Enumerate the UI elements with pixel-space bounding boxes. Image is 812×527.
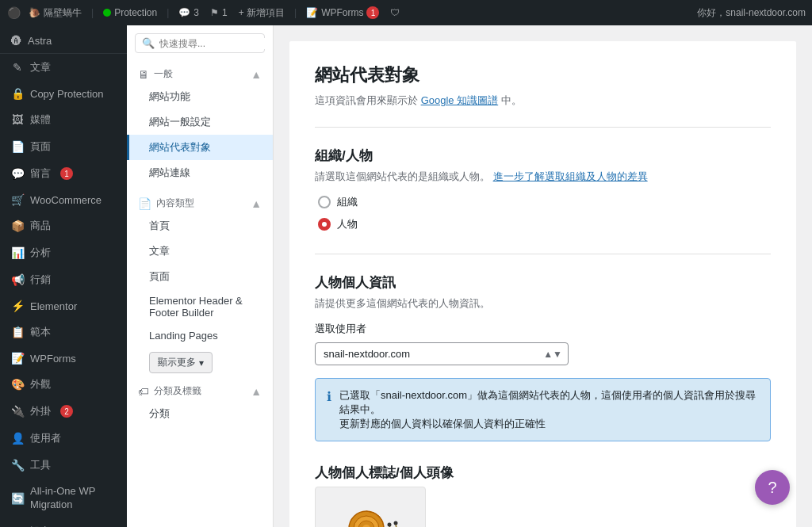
user-select-wrapper: snail-nextdoor.com ▲▼ [315,342,569,365]
sidebar-item-settings[interactable]: ⚙ 設定 [0,518,127,527]
submenu-section-general: 🖥 一般 ▲ 網站功能 網站一般設定 網站代表對象 網站連線 [127,61,273,185]
sidebar-item-plugins[interactable]: 🔌 外掛 2 [0,398,127,425]
sidebar-item-copy-protection[interactable]: 🔒 Copy Protection [0,81,127,106]
wpforms-sidebar-icon: 📝 [11,352,24,365]
sidebar-item-wpforms[interactable]: 📝 WPForms [0,346,127,371]
topbar-protection[interactable]: Protection [100,7,160,18]
woocommerce-icon: 🛒 [11,193,24,206]
sidebar-item-pages[interactable]: 📄 頁面 [0,133,127,160]
submenu-link-home[interactable]: 首頁 [127,213,273,239]
elementor-icon: ⚡ [11,300,24,312]
submenu-link-posts[interactable]: 文章 [127,239,273,264]
appearance-icon: 🎨 [11,378,24,391]
pages-icon: 📄 [11,140,24,153]
submenu-link-elementor-builder[interactable]: Elementor Header & Footer Builder [127,289,273,324]
general-section-icon: 🖥 [138,68,149,81]
wp-logo-icon[interactable]: ⚫ [6,6,21,20]
user-select[interactable]: snail-nextdoor.com [315,342,569,365]
show-more-button[interactable]: 顯示更多 ▾ [149,352,213,373]
topbar-shield[interactable]: 🛡 [387,7,403,18]
org-person-section: 組織/人物 請選取這個網站代表的是組織或人物。 進一步了解選取組織及人物的差異 … [315,147,771,231]
select-label: 選取使用者 [315,322,771,336]
info-icon: ℹ [327,389,331,431]
sidebar-item-templates[interactable]: 📋 範本 [0,319,127,346]
content-section-toggle[interactable]: ▲ [251,197,262,210]
svg-point-9 [394,521,398,525]
topbar-right: 你好，snail-nextdoor.com [697,6,806,20]
general-section-toggle[interactable]: ▲ [251,68,262,81]
revision-icon: ⚑ [210,7,219,18]
topbar-revisions[interactable]: ⚑ 1 [207,7,231,18]
submenu-link-site-features[interactable]: 網站功能 [127,84,273,109]
submenu-link-site-general[interactable]: 網站一般設定 [127,109,273,135]
person-info-desc: 請提供更多這個網站代表的人物資訊。 [315,296,771,311]
topbar-sep2: | [167,7,169,18]
posts-icon: ✎ [11,61,24,74]
sidebar-item-marketing[interactable]: 📢 行銷 [0,266,127,293]
sidebar-item-analytics[interactable]: 📊 分析 [0,239,127,266]
submenu-search-box[interactable]: 🔍 ⌘K [135,33,265,53]
chevron-down-icon: ▾ [199,357,204,369]
sidebar: 🅐 Astra ✎ 文章 🔒 Copy Protection 🖼 媒體 📄 頁面… [0,25,127,527]
submenu-link-landing[interactable]: Landing Pages [127,324,273,347]
topbar-wpforms[interactable]: 📝 WPForms 1 [303,6,382,19]
sidebar-item-posts[interactable]: ✎ 文章 [0,54,127,81]
sidebar-item-migration[interactable]: 🔄 All-in-One WP Migration [0,479,127,518]
migration-icon: 🔄 [11,491,24,506]
topbar-greeting: 你好，snail-nextdoor.com [697,6,806,20]
org-person-title: 組織/人物 [315,147,771,165]
submenu-section-general-header: 🖥 一般 ▲ [127,61,273,84]
sidebar-item-elementor[interactable]: ⚡ Elementor [0,293,127,319]
sidebar-item-users[interactable]: 👤 使用者 [0,425,127,452]
protection-status-dot [103,9,111,17]
info-box-content: 已選取「snail-nextdoor.com」做為這個網站代表的人物，這個使用者… [339,388,759,431]
wpforms-badge: 1 [366,6,379,19]
topbar-sep3: | [294,7,297,18]
products-icon: 📦 [11,220,24,232]
update-profile-link[interactable]: 更新對應的個人資料以確保個人資料的正確性 [339,418,546,430]
sidebar-item-products[interactable]: 📦 商品 [0,212,127,239]
info-box: ℹ 已選取「snail-nextdoor.com」做為這個網站代表的人物，這個使… [315,378,771,441]
lock-icon: 🔒 [11,87,24,100]
sidebar-logo[interactable]: 🅐 Astra [0,25,127,54]
sidebar-item-tools[interactable]: 🔧 工具 [0,452,127,479]
search-input[interactable] [159,38,274,49]
sidebar-item-comments[interactable]: 💬 留言 1 [0,160,127,187]
comments-icon: 💬 [11,167,24,180]
submenu-link-site-connect[interactable]: 網站連線 [127,160,273,185]
wpforms-logo-icon: 📝 [306,7,318,18]
sidebar-item-appearance[interactable]: 🎨 外觀 [0,371,127,398]
help-button[interactable]: ? [755,470,790,505]
submenu-link-pages[interactable]: 頁面 [127,264,273,289]
users-icon: 👤 [11,432,24,445]
topbar: ⚫ 🐌 隔壁蝸牛 | Protection | 💬 3 ⚑ 1 + 新增項目 |… [0,0,812,25]
media-icon: 🖼 [11,113,24,126]
taxonomy-section-toggle[interactable]: ▲ [251,385,262,398]
snail-icon: 🐌 [29,7,40,18]
topbar-site[interactable]: 🐌 隔壁蝸牛 [25,6,85,20]
radio-person[interactable]: 人物 [318,217,771,231]
astra-icon: 🅐 [11,35,21,47]
sidebar-item-media[interactable]: 🖼 媒體 [0,106,127,133]
submenu-section-taxonomy-header: 🏷 分類及標籤 ▲ [127,378,273,401]
radio-org[interactable]: 組織 [318,195,771,209]
main-content: 網站代表對象 這項資訊會用來顯示於 Google 知識圖譜 中。 組織/人物 請… [274,25,812,527]
sidebar-item-woocommerce[interactable]: 🛒 WooCommerce [0,187,127,212]
submenu-link-category[interactable]: 分類 [127,401,273,426]
page-title: 網站代表對象 [315,63,771,87]
content-section-icon: 📄 [138,197,151,210]
person-logo-preview [315,487,426,527]
divider-2 [315,254,771,254]
submenu-section-content-types: 📄 內容類型 ▲ 首頁 文章 頁面 Elementor Header & Foo… [127,190,273,373]
marketing-icon: 📢 [11,273,24,286]
radio-person-circle [318,218,331,231]
person-logo-title: 人物個人標誌/個人頭像 [315,464,771,482]
topbar-comments[interactable]: 💬 3 [175,7,202,18]
topbar-new-item[interactable]: + 新增項目 [236,6,288,20]
org-person-link[interactable]: 進一步了解選取組織及人物的差異 [493,170,648,182]
svg-point-8 [388,523,392,527]
submenu-link-site-rep[interactable]: 網站代表對象 [127,135,273,160]
submenu-section-taxonomy: 🏷 分類及標籤 ▲ 分類 [127,378,273,426]
page-subtitle: 這項資訊會用來顯示於 Google 知識圖譜 中。 [315,94,771,108]
google-knowledge-link[interactable]: Google 知識圖譜 [421,94,499,106]
